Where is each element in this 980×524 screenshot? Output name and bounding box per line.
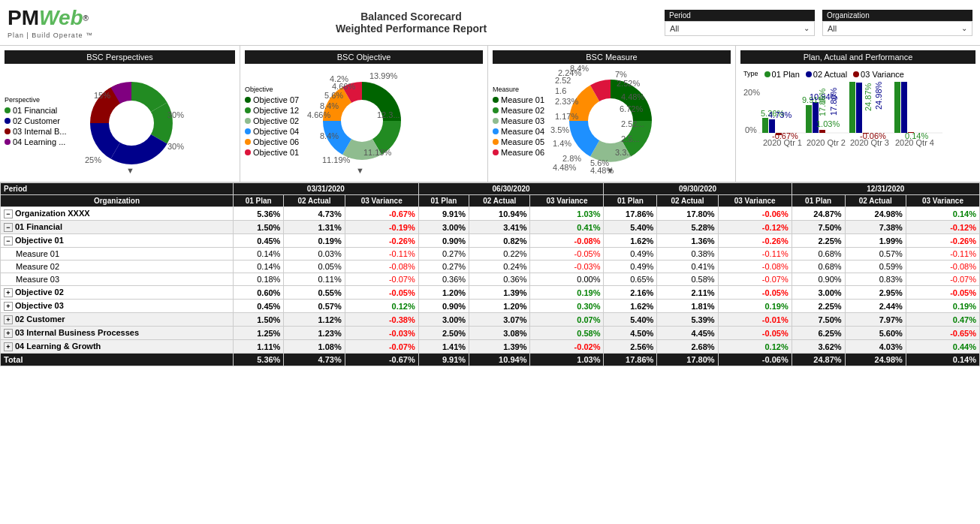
logo-web: Web bbox=[39, 6, 83, 30]
table-cell: 0.44% bbox=[906, 340, 979, 354]
table-cell: 1.08% bbox=[284, 340, 345, 354]
plan-color-dot bbox=[764, 71, 770, 77]
table-cell: 17.80% bbox=[657, 354, 718, 366]
legend-dot bbox=[493, 107, 499, 113]
org-value: All bbox=[828, 24, 837, 33]
table-cell: 0.22% bbox=[469, 248, 530, 260]
table-cell: 0.90% bbox=[418, 234, 469, 248]
row-label: 04 Learning & Growth bbox=[15, 342, 101, 351]
period-q2: 06/30/2020 bbox=[418, 183, 604, 195]
table-cell: -0.03% bbox=[345, 327, 418, 340]
table-cell: 2.50% bbox=[418, 327, 469, 340]
svg-text:30%: 30% bbox=[167, 110, 184, 119]
table-row: +04 Learning & Growth1.11%1.08%-0.07%1.4… bbox=[1, 340, 980, 354]
row-label: Objective 01 bbox=[15, 236, 64, 245]
period-filter: Period All ⌄ bbox=[665, 10, 815, 36]
svg-text:4.66%: 4.66% bbox=[307, 110, 330, 119]
legend-label: 03 Internal B... bbox=[13, 127, 67, 136]
period-select[interactable]: All ⌄ bbox=[665, 21, 815, 36]
collapse-button[interactable]: − bbox=[4, 223, 13, 232]
row-label: Measure 02 bbox=[16, 262, 59, 271]
collapse-button[interactable]: − bbox=[4, 236, 13, 245]
table-cell: 3.07% bbox=[469, 313, 530, 327]
svg-point-6 bbox=[341, 100, 383, 142]
expand-button[interactable]: + bbox=[4, 329, 13, 338]
bar-chart-wrapper: Type 01 Plan 02 Actual 03 Variance 20% bbox=[740, 67, 975, 176]
table-cell: 0.60% bbox=[234, 286, 284, 300]
svg-text:4.48%: 4.48% bbox=[553, 163, 576, 172]
legend-dot bbox=[493, 139, 499, 145]
legend-item: Measure 02 bbox=[493, 106, 544, 115]
table-cell: 2.25% bbox=[792, 234, 845, 248]
svg-text:13.99%: 13.99% bbox=[369, 71, 398, 80]
table-cell: -0.11% bbox=[906, 248, 979, 260]
table-cell: 0.55% bbox=[284, 286, 345, 300]
svg-rect-42 bbox=[762, 118, 768, 133]
table-cell: 0.14% bbox=[234, 260, 284, 273]
legend-dot bbox=[5, 139, 11, 145]
table-cell: -0.05% bbox=[345, 286, 418, 300]
row-label: Organization XXXX bbox=[15, 209, 90, 218]
expand-button[interactable]: + bbox=[4, 302, 13, 311]
expand-button[interactable]: + bbox=[4, 315, 13, 324]
svg-text:0%: 0% bbox=[745, 125, 757, 134]
q4-plan-col: 01 Plan bbox=[792, 195, 845, 207]
legend-item: 01 Financial bbox=[5, 106, 67, 115]
table-cell: 1.50% bbox=[234, 313, 284, 327]
legend-dot bbox=[245, 139, 251, 145]
table-cell: -0.12% bbox=[906, 221, 979, 234]
svg-text:6.72%: 6.72% bbox=[620, 104, 643, 113]
table-cell: 0.41% bbox=[657, 260, 718, 273]
table-cell: 1.20% bbox=[418, 286, 469, 300]
collapse-button[interactable]: − bbox=[4, 209, 13, 218]
perspectives-legend-items: 01 Financial02 Customer03 Internal B...0… bbox=[5, 106, 67, 146]
table-cell: 1.41% bbox=[418, 340, 469, 354]
table-cell: 24.87% bbox=[792, 207, 845, 221]
q1-actual-col: 02 Actual bbox=[284, 195, 345, 207]
row-label-cell: −Organization XXXX bbox=[1, 207, 234, 221]
table-cell: 1.03% bbox=[530, 207, 604, 221]
logo-area: PM Web ® Plan | Build Operate ™ bbox=[8, 6, 158, 39]
table-cell: -0.38% bbox=[345, 313, 418, 327]
table-cell: 0.90% bbox=[792, 273, 845, 286]
table-cell: -0.26% bbox=[345, 234, 418, 248]
svg-text:30%: 30% bbox=[167, 142, 184, 151]
table-cell: 0.45% bbox=[234, 300, 284, 313]
legend-label: Objective 06 bbox=[253, 137, 299, 146]
table-cell: 1.62% bbox=[604, 234, 657, 248]
table-cell: 0.27% bbox=[418, 248, 469, 260]
row-label-cell: +02 Customer bbox=[1, 313, 234, 327]
perspective-legend-title: Perspective bbox=[5, 96, 67, 104]
objective-legend-items: Objective 07Objective 12Objective 02Obje… bbox=[245, 95, 299, 157]
table-cell: 0.47% bbox=[906, 313, 979, 327]
svg-text:17.80%: 17.80% bbox=[829, 87, 838, 116]
table-cell: 24.98% bbox=[845, 354, 906, 366]
row-label-cell: Total bbox=[1, 354, 234, 366]
legend-label: Measure 02 bbox=[501, 106, 544, 115]
legend-item: Objective 01 bbox=[245, 148, 299, 157]
table-cell: 0.68% bbox=[792, 260, 845, 273]
period-q3: 09/30/2020 bbox=[604, 183, 792, 195]
table-cell: 1.62% bbox=[604, 300, 657, 313]
table-cell: -0.05% bbox=[906, 286, 979, 300]
row-label-cell: Measure 03 bbox=[1, 273, 234, 286]
org-select[interactable]: All ⌄ bbox=[822, 21, 972, 36]
perspectives-donut: 15% 30% 30% 25% ▼ bbox=[71, 67, 191, 177]
table-cell: 0.03% bbox=[284, 248, 345, 260]
table-cell: 5.39% bbox=[657, 313, 718, 327]
period-q1: 03/31/2020 bbox=[234, 183, 419, 195]
legend-dot bbox=[245, 97, 251, 103]
table-cell: 4.03% bbox=[845, 340, 906, 354]
table-cell: 3.08% bbox=[469, 327, 530, 340]
q4-variance-col: 03 Variance bbox=[906, 195, 979, 207]
table-cell: -0.11% bbox=[718, 248, 792, 260]
legend-item: Objective 07 bbox=[245, 95, 299, 104]
table-cell: -0.12% bbox=[718, 221, 792, 234]
perspectives-legend: Perspective 01 Financial02 Customer03 In… bbox=[5, 96, 67, 148]
svg-text:2.52...: 2.52... bbox=[621, 119, 644, 128]
legend-dot bbox=[245, 149, 251, 155]
legend-label: Measure 01 bbox=[501, 95, 544, 104]
expand-button[interactable]: + bbox=[4, 288, 13, 297]
expand-button[interactable]: + bbox=[4, 342, 13, 351]
org-col-header: Organization bbox=[1, 195, 234, 207]
